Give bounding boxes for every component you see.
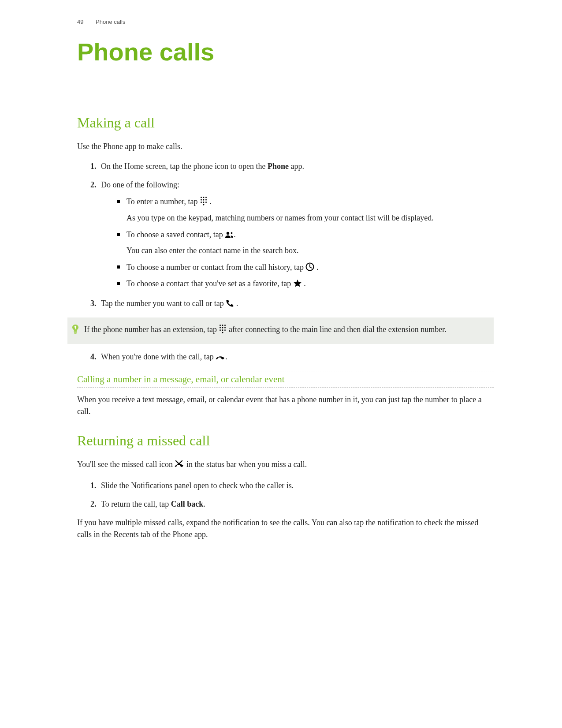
page: 49 Phone calls Phone calls Making a call… bbox=[0, 0, 562, 728]
making-call-intro: Use the Phone app to make calls. bbox=[77, 141, 494, 153]
making-call-steps-cont: When you're done with the call, tap . bbox=[77, 351, 494, 365]
missed-step-1: Slide the Notifications panel open to ch… bbox=[98, 480, 494, 492]
running-title: Phone calls bbox=[96, 19, 125, 25]
step-3: Tap the number you want to call or tap . bbox=[98, 298, 494, 311]
contacts-icon bbox=[225, 230, 234, 243]
section-returning-missed-title: Returning a missed call bbox=[77, 433, 494, 449]
running-header: 49 Phone calls bbox=[77, 19, 494, 25]
missed-call-icon bbox=[175, 459, 184, 472]
dialpad-icon bbox=[200, 196, 208, 209]
section-making-a-call-title: Making a call bbox=[77, 115, 494, 131]
history-icon bbox=[305, 262, 314, 275]
chapter-title: Phone calls bbox=[77, 37, 494, 66]
option-saved-contact-note: You can also enter the contact name in t… bbox=[127, 245, 494, 257]
returning-missed-outro: If you have multiple missed calls, expan… bbox=[77, 517, 494, 541]
making-call-steps: On the Home screen, tap the phone icon t… bbox=[77, 161, 494, 311]
step-1: On the Home screen, tap the phone icon t… bbox=[98, 161, 494, 173]
dialpad-icon bbox=[219, 324, 227, 337]
option-call-history: To choose a number or contact from the c… bbox=[117, 261, 494, 275]
returning-missed-intro: You'll see the missed call icon in the s… bbox=[77, 459, 494, 472]
hang-up-icon bbox=[216, 352, 225, 365]
returning-missed-steps: Slide the Notifications panel open to ch… bbox=[77, 480, 494, 511]
phone-icon bbox=[226, 299, 234, 311]
step-2: Do one of the following: To enter a numb… bbox=[98, 179, 494, 291]
subheading-calling-number-body: When you receive a text message, email, … bbox=[77, 394, 494, 418]
tip-extension: If the phone number has an extension, ta… bbox=[67, 317, 494, 344]
option-favorite: To choose a contact that you've set as a… bbox=[117, 278, 494, 291]
step-2-options: To enter a number, tap . As you type on … bbox=[101, 196, 494, 291]
page-number: 49 bbox=[77, 19, 83, 25]
tip-text: If the phone number has an extension, ta… bbox=[84, 324, 447, 337]
subheading-calling-number: Calling a number in a message, email, or… bbox=[77, 372, 494, 388]
missed-step-2: To return the call, tap Call back. bbox=[98, 498, 494, 511]
option-saved-contact: To choose a saved contact, tap . You can… bbox=[117, 229, 494, 258]
option-enter-number-note: As you type on the keypad, matching numb… bbox=[127, 212, 494, 224]
step-4: When you're done with the call, tap . bbox=[98, 351, 494, 365]
tip-icon bbox=[72, 324, 82, 338]
star-icon bbox=[293, 279, 302, 291]
option-enter-number: To enter a number, tap . As you type on … bbox=[117, 196, 494, 224]
